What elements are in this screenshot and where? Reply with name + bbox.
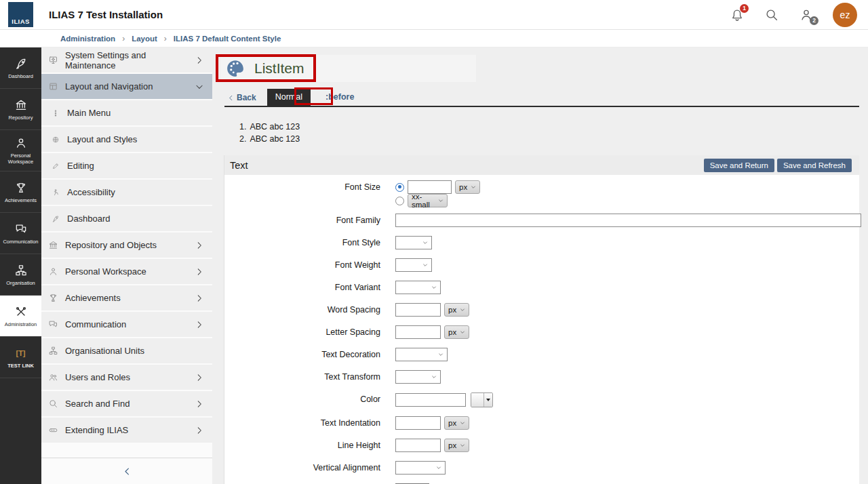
- list-item-number: 1.: [239, 121, 246, 134]
- rocket-icon: [50, 215, 61, 223]
- trophy-icon: [47, 293, 59, 303]
- chevron-down-icon: [460, 443, 465, 448]
- menu-item-label: Repository and Objects: [65, 240, 157, 250]
- chevron-down-icon: [438, 352, 443, 357]
- field-label: Color: [224, 392, 380, 404]
- menu-item-personal-workspace[interactable]: Personal Workspace: [41, 259, 212, 284]
- menu-item-editing[interactable]: Editing: [41, 153, 212, 178]
- menu-item-label: System Settings and Maintenance: [65, 50, 195, 70]
- font-variant-select[interactable]: [395, 281, 441, 294]
- font-weight-select[interactable]: [395, 258, 432, 272]
- letter-spacing-unit-select[interactable]: px: [444, 325, 469, 339]
- accessibility-icon: [50, 188, 61, 197]
- menu-item-communication[interactable]: Communication: [41, 312, 212, 337]
- chevron-down-icon: [422, 262, 428, 268]
- form-row-text-transform: Text Transform: [224, 370, 859, 384]
- menu-item-layout-and-styles[interactable]: Layout and Styles: [41, 127, 212, 152]
- menu-item-layout-and-navigation[interactable]: Layout and Navigation: [41, 74, 212, 99]
- line-height-input[interactable]: [395, 439, 441, 452]
- rail-item-label: Personal Workspace: [0, 153, 41, 165]
- who-is-online-button[interactable]: 2: [798, 7, 814, 23]
- chevron-right-icon: [195, 320, 204, 329]
- tab-normal[interactable]: Normal: [267, 89, 311, 106]
- text-indentation-unit-select[interactable]: px: [444, 416, 469, 430]
- form-section-header: Text Save and Return Save and Refresh: [224, 155, 859, 175]
- tools-icon: [14, 305, 28, 319]
- color-picker-dropdown: [484, 393, 492, 407]
- font-size-preset-radio[interactable]: [395, 197, 404, 205]
- person-icon: [14, 136, 28, 150]
- save-and-refresh-button[interactable]: Save and Refresh: [777, 159, 852, 172]
- text-transform-select[interactable]: [395, 370, 441, 384]
- orgchart-icon: [47, 346, 59, 356]
- tab-bar: Back Normal :before: [220, 89, 859, 106]
- palette-icon: [225, 58, 245, 79]
- rail-item-achievements[interactable]: Achievements: [0, 172, 41, 213]
- field-label: Text Transform: [224, 370, 380, 382]
- font-size-numeric-radio[interactable]: [395, 183, 404, 192]
- font-family-input[interactable]: [395, 214, 861, 227]
- form-row-font-style: Font Style: [224, 236, 859, 249]
- menu-collapse-button[interactable]: [41, 458, 212, 484]
- globe-icon: [50, 136, 61, 144]
- rail-item-test-link[interactable]: [T] TEST LINK: [0, 337, 41, 378]
- field-label: Font Family: [224, 214, 380, 225]
- menu-item-achievements[interactable]: Achievements: [41, 285, 212, 310]
- menu-item-label: Organisational Units: [65, 346, 144, 356]
- tab-before[interactable]: :before: [317, 89, 362, 106]
- menu-item-users-and-roles[interactable]: Users and Roles: [41, 365, 212, 390]
- who-is-online-badge: 2: [810, 16, 818, 25]
- menu-item-label: Layout and Styles: [67, 134, 137, 144]
- page-title: ListItem: [254, 60, 304, 77]
- breadcrumb-separator-icon: ›: [164, 34, 167, 43]
- menu-item-system-settings[interactable]: System Settings and Maintenance: [41, 47, 212, 73]
- color-input[interactable]: [395, 393, 466, 407]
- form-row-word-spacing: Word Spacing px: [224, 303, 859, 317]
- list-dots-icon: [50, 109, 61, 117]
- rail-item-organisation[interactable]: Organisation: [0, 254, 41, 296]
- notifications-button[interactable]: 1: [729, 7, 745, 23]
- font-style-select[interactable]: [395, 236, 432, 249]
- avatar[interactable]: ez: [833, 3, 857, 27]
- menu-item-accessibility[interactable]: Accessibility: [41, 180, 212, 205]
- menu-item-main-menu[interactable]: Main Menu: [41, 100, 212, 125]
- menu-item-organisational-units[interactable]: Organisational Units: [41, 338, 212, 363]
- menu-item-dashboard[interactable]: Dashboard: [41, 206, 212, 231]
- rail-item-label: TEST LINK: [6, 363, 35, 369]
- font-size-input[interactable]: [408, 180, 452, 194]
- ilias-logo[interactable]: ILIAS: [8, 2, 33, 27]
- rail-item-dashboard[interactable]: Dashboard: [0, 47, 41, 89]
- vertical-alignment-select[interactable]: [395, 461, 446, 475]
- text-indentation-input[interactable]: [395, 416, 441, 430]
- menu-item-label: Extending ILIAS: [65, 425, 128, 435]
- color-picker-button[interactable]: [471, 392, 493, 407]
- breadcrumb-administration[interactable]: Administration: [60, 35, 115, 43]
- word-spacing-input[interactable]: [395, 303, 441, 317]
- style-preview-list: 1. ABC abc 123 2. ABC abc 123: [239, 121, 859, 145]
- text-decoration-select[interactable]: [395, 348, 448, 361]
- breadcrumb-content-style[interactable]: ILIAS 7 Default Content Style: [174, 35, 281, 43]
- field-label: Font Size: [224, 180, 380, 192]
- form-row-text-decoration: Text Decoration: [224, 348, 859, 361]
- menu-item-search-and-find[interactable]: Search and Find: [41, 391, 212, 416]
- field-label: Line Height: [224, 439, 380, 450]
- word-spacing-unit-select[interactable]: px: [444, 303, 469, 317]
- font-size-unit-select[interactable]: px: [455, 180, 480, 194]
- field-label: Font Weight: [224, 258, 380, 270]
- chevron-right-icon: [195, 426, 204, 435]
- letter-spacing-input[interactable]: [395, 325, 441, 339]
- save-and-return-button[interactable]: Save and Return: [704, 159, 774, 172]
- rail-item-communication[interactable]: Communication: [0, 213, 41, 254]
- font-size-preset-select[interactable]: xx-small: [408, 194, 448, 207]
- menu-item-repository-and-objects[interactable]: Repository and Objects: [41, 233, 212, 258]
- back-link[interactable]: Back: [224, 89, 259, 106]
- form-row-font-family: Font Family: [224, 214, 859, 227]
- rail-item-personal-workspace[interactable]: Personal Workspace: [0, 130, 41, 172]
- menu-item-label: Achievements: [65, 293, 121, 303]
- menu-item-extending-ilias[interactable]: Extending ILIAS: [41, 418, 212, 443]
- search-button[interactable]: [764, 7, 780, 23]
- rail-item-repository[interactable]: Repository: [0, 89, 41, 130]
- breadcrumb-layout[interactable]: Layout: [132, 35, 157, 43]
- rail-item-administration[interactable]: Administration: [0, 296, 41, 337]
- line-height-unit-select[interactable]: px: [444, 439, 469, 452]
